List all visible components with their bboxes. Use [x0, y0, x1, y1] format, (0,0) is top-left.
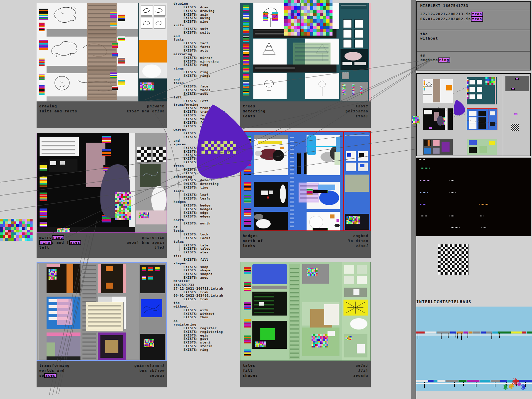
miselekt-workspace: drawingsuits and factsdrawingsuits and f… — [0, 0, 532, 399]
decor-block — [419, 123, 420, 124]
decor-block — [473, 332, 480, 333]
timeline-line-1 — [416, 334, 532, 335]
decor-block — [481, 332, 486, 333]
decor-block — [468, 332, 472, 333]
decor-block — [467, 380, 479, 382]
timeline-tick — [463, 382, 464, 386]
decor-block — [129, 218, 131, 220]
decor-block — [446, 380, 458, 382]
purple-cone-shape — [0, 0, 532, 399]
decor-block — [416, 380, 428, 382]
decor-block — [425, 332, 436, 333]
color-scribble-cluster — [495, 376, 532, 391]
timeline-stripe-1[interactable] — [416, 332, 532, 333]
decor-block — [511, 332, 522, 333]
decor-block — [492, 332, 498, 333]
timeline-tick — [456, 333, 456, 337]
decor-block — [412, 116, 420, 124]
decor-block — [115, 192, 131, 220]
decor-block — [480, 380, 490, 382]
timeline-tick — [499, 333, 500, 338]
timeline-tick — [448, 333, 449, 338]
decor-block — [434, 380, 437, 382]
decor-block — [428, 380, 434, 382]
decor-block — [459, 380, 466, 382]
decor-block — [522, 332, 526, 333]
decor-block — [498, 332, 510, 333]
decor-block — [438, 380, 445, 382]
checker-band-green — [201, 141, 236, 154]
decor-block — [527, 332, 532, 333]
